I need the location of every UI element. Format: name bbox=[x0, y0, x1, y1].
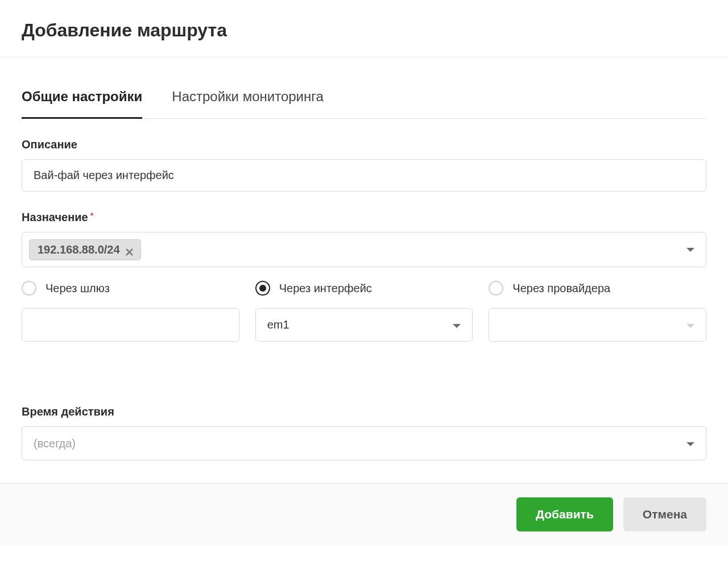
tab-monitoring-settings[interactable]: Настройки мониторинга bbox=[172, 89, 324, 119]
active-time-group: Время действия (всегда) bbox=[22, 405, 706, 460]
radio-circle-gateway bbox=[22, 281, 36, 296]
destination-label-text: Назначение bbox=[22, 211, 88, 223]
interface-select-value: em1 bbox=[267, 318, 289, 331]
gateway-column: Через шлюз bbox=[22, 281, 239, 342]
radio-gateway[interactable]: Через шлюз bbox=[22, 281, 239, 296]
provider-select[interactable] bbox=[489, 308, 706, 342]
active-time-placeholder: (всегда) bbox=[34, 437, 76, 450]
chevron-down-icon bbox=[686, 437, 694, 450]
chevron-down-icon[interactable] bbox=[686, 244, 694, 256]
description-group: Описание bbox=[22, 138, 706, 192]
interface-select[interactable]: em1 bbox=[255, 308, 473, 342]
tab-general-settings[interactable]: Общие настройки bbox=[22, 89, 142, 119]
destination-label: Назначение* bbox=[22, 211, 706, 224]
add-button[interactable]: Добавить bbox=[516, 497, 613, 531]
tab-bar: Общие настройки Настройки мониторинга bbox=[22, 88, 706, 119]
svg-marker-1 bbox=[453, 324, 461, 328]
route-via-row: Через шлюз Через интерфейс em1 Через про… bbox=[22, 281, 706, 342]
close-icon[interactable] bbox=[126, 246, 134, 254]
svg-marker-0 bbox=[686, 248, 694, 252]
active-time-label: Время действия bbox=[22, 405, 706, 418]
destination-group: Назначение* 192.168.88.0/24 bbox=[22, 211, 706, 267]
description-label: Описание bbox=[22, 138, 706, 151]
spacer bbox=[22, 342, 706, 386]
destination-input[interactable]: 192.168.88.0/24 bbox=[22, 232, 706, 267]
radio-circle-interface bbox=[255, 281, 270, 296]
destination-tag-text: 192.168.88.0/24 bbox=[38, 243, 120, 256]
provider-column: Через провайдера bbox=[489, 281, 706, 342]
radio-interface[interactable]: Через интерфейс bbox=[255, 281, 473, 296]
page-title: Добавление маршрута bbox=[0, 0, 728, 57]
gateway-input[interactable] bbox=[22, 308, 239, 342]
destination-tag: 192.168.88.0/24 bbox=[29, 239, 141, 260]
active-time-select[interactable]: (всегда) bbox=[22, 426, 706, 460]
svg-marker-2 bbox=[686, 324, 694, 328]
description-input[interactable] bbox=[22, 159, 706, 192]
form-content: Общие настройки Настройки мониторинга Оп… bbox=[0, 88, 728, 460]
chevron-down-icon bbox=[453, 318, 461, 331]
cancel-button[interactable]: Отмена bbox=[623, 497, 706, 531]
radio-label-interface: Через интерфейс bbox=[279, 282, 372, 295]
required-marker: * bbox=[90, 211, 93, 220]
radio-circle-provider bbox=[489, 281, 503, 296]
interface-column: Через интерфейс em1 bbox=[255, 281, 473, 342]
footer-actions: Добавить Отмена bbox=[0, 483, 728, 545]
radio-label-gateway: Через шлюз bbox=[46, 282, 110, 295]
radio-label-provider: Через провайдера bbox=[512, 282, 610, 295]
svg-marker-3 bbox=[686, 442, 694, 446]
header-divider bbox=[0, 57, 728, 57]
radio-provider[interactable]: Через провайдера bbox=[489, 281, 706, 296]
chevron-down-icon bbox=[686, 318, 694, 331]
